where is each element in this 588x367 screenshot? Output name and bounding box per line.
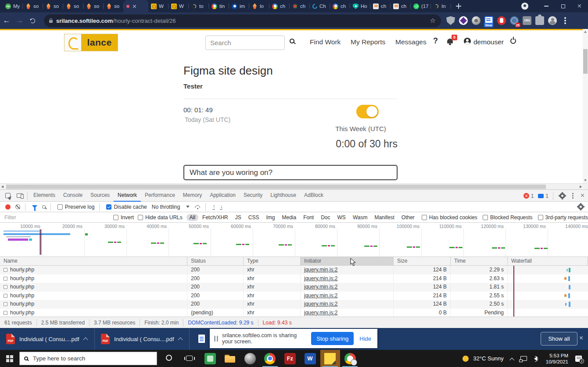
table-row[interactable]: hourly.php200xhrjquery.min.js:2214 B2.55…: [0, 292, 588, 300]
download-caret-icon[interactable]: [178, 337, 183, 342]
row-checkbox[interactable]: [4, 302, 7, 306]
invert-checkbox[interactable]: [113, 215, 118, 220]
table-row[interactable]: hourly.php200xhrjquery.min.js:2214 B2.63…: [0, 274, 588, 283]
browser-tab[interactable]: lo: [249, 0, 269, 12]
browser-tab[interactable]: [124, 0, 148, 12]
filter-chip-font[interactable]: Font: [300, 214, 317, 221]
scroll-down-arrow[interactable]: [584, 179, 587, 182]
browser-tab[interactable]: upMy: [3, 0, 23, 12]
devtools-settings-icon[interactable]: [559, 193, 565, 199]
devtools-tab-sources[interactable]: Sources: [86, 190, 114, 202]
filter-chip-ws[interactable]: WS: [334, 214, 349, 221]
stop-sharing-button[interactable]: Stop sharing: [311, 332, 354, 345]
action-center-icon[interactable]: 2: [575, 356, 582, 362]
row-checkbox[interactable]: [4, 311, 7, 315]
preserve-log-checkbox[interactable]: [57, 204, 63, 210]
username-link[interactable]: demouser: [473, 38, 504, 46]
filter-chip-wasm[interactable]: Wasm: [350, 214, 371, 221]
table-row[interactable]: hourly.php200xhrjquery.min.js:2124 B1.81…: [0, 283, 588, 292]
browser-tab[interactable]: ch: [370, 0, 391, 12]
disable-cache-label[interactable]: Disable cache: [114, 204, 147, 210]
row-checkbox[interactable]: [4, 268, 7, 272]
column-header-type[interactable]: Type: [244, 257, 301, 265]
browser-tab[interactable]: so: [43, 0, 63, 12]
task-input[interactable]: [183, 165, 398, 180]
cortana-icon[interactable]: [166, 355, 172, 361]
browser-tab[interactable]: so: [83, 0, 104, 12]
filter-input[interactable]: [4, 214, 109, 221]
table-row[interactable]: hourly.php(pending)xhrjquery.min.js:20 B…: [0, 309, 588, 317]
hide-share-button[interactable]: Hide: [358, 335, 373, 342]
filter-option-label[interactable]: 3rd-party requests: [545, 214, 588, 221]
network-search-icon[interactable]: [42, 205, 46, 209]
reload-button[interactable]: [30, 18, 35, 23]
devtools-tab-network[interactable]: Network: [114, 190, 141, 202]
browser-tab[interactable]: to: [189, 0, 209, 12]
taskbar-app-sticky[interactable]: [320, 350, 340, 367]
nav-messages[interactable]: Messages: [395, 38, 427, 46]
devtools-tab-console[interactable]: Console: [59, 190, 86, 202]
filter-chip-other[interactable]: Other: [398, 214, 418, 221]
page-horizontal-scrollbar[interactable]: [0, 183, 588, 189]
filter-chip-fetch-xhr[interactable]: Fetch/XHR: [199, 214, 231, 221]
puzzle-extension-icon[interactable]: [535, 16, 544, 25]
console-message-icon[interactable]: [538, 194, 544, 198]
initiator-link[interactable]: jquery.min.js:2: [304, 283, 337, 291]
network-conditions-icon[interactable]: [194, 205, 201, 209]
crx-extension-icon[interactable]: CRX: [523, 16, 531, 25]
filter-chip-media[interactable]: Media: [279, 214, 299, 221]
filter-toggle-icon[interactable]: [32, 205, 37, 208]
filter-option-label[interactable]: Has blocked cookies: [429, 214, 477, 221]
devtools-tab-memory[interactable]: Memory: [179, 190, 206, 202]
browser-tab[interactable]: Ho: [350, 0, 370, 12]
record-button[interactable]: [5, 204, 11, 210]
download-item[interactable]: PDFIndividual ( Consu....pdf: [0, 328, 95, 350]
column-header-initiator[interactable]: Initiator: [301, 257, 394, 265]
devtools-close-icon[interactable]: [581, 193, 585, 198]
scroll-left-arrow[interactable]: [1, 185, 4, 188]
show-all-downloads-button[interactable]: Show all: [541, 332, 577, 346]
3rd-party-requests-checkbox[interactable]: [538, 215, 543, 220]
browser-menu-icon[interactable]: [564, 20, 566, 21]
taskbar-app-word[interactable]: W: [300, 350, 320, 367]
weather-sun-icon[interactable]: [463, 356, 469, 362]
filter-chip-doc[interactable]: Doc: [318, 214, 333, 221]
browser-tab[interactable]: W: [169, 0, 189, 12]
user-avatar-icon[interactable]: [464, 38, 471, 45]
filter-chip-manifest[interactable]: Manifest: [371, 214, 397, 221]
column-header-size[interactable]: Size: [394, 257, 451, 265]
tab-close-icon[interactable]: [133, 4, 136, 8]
taskbar-search[interactable]: [19, 352, 157, 365]
error-badge-icon[interactable]: [523, 193, 529, 199]
filter-chip-img[interactable]: Img: [263, 214, 278, 221]
tray-expand-icon[interactable]: [509, 357, 514, 362]
network-tray-icon[interactable]: [520, 356, 527, 361]
browser-tab[interactable]: Ch: [310, 0, 330, 12]
site-logo[interactable]: lance: [64, 34, 118, 51]
downloads-close-icon[interactable]: [579, 336, 584, 341]
purple-orb-extension-icon[interactable]: [459, 16, 468, 25]
document-download-icon[interactable]: [198, 335, 205, 343]
row-checkbox[interactable]: [4, 294, 7, 298]
task-view-icon[interactable]: [186, 356, 193, 361]
browser-tab[interactable]: ch: [269, 0, 290, 12]
taskbar-search-input[interactable]: [32, 355, 152, 362]
help-button[interactable]: ?: [433, 36, 438, 46]
browser-tab[interactable]: ch: [330, 0, 350, 12]
browser-tab[interactable]: so: [104, 0, 124, 12]
scrollbar-thumb[interactable]: [583, 49, 588, 74]
devtools-tab-lighthouse[interactable]: Lighthouse: [266, 190, 300, 202]
download-item[interactable]: PDFIndividual ( Consu....pdf: [95, 328, 190, 350]
gray-orb-extension-icon[interactable]: [472, 16, 480, 25]
filter-chip-all[interactable]: All: [186, 214, 198, 221]
nav-my-reports[interactable]: My Reports: [351, 38, 385, 46]
initiator-link[interactable]: jquery.min.js:2: [304, 300, 337, 308]
column-header-waterfall[interactable]: Waterfall: [508, 257, 588, 265]
page-vertical-scrollbar[interactable]: [583, 29, 588, 183]
network-overview-timeline[interactable]: 10000 ms20000 ms30000 ms40000 ms50000 ms…: [0, 223, 588, 257]
blocked-requests-checkbox[interactable]: [483, 215, 488, 220]
taskbar-clock[interactable]: 5:53 PM10/9/2021: [546, 353, 568, 365]
browser-tab[interactable]: tin: [209, 0, 229, 12]
shield-extension-icon[interactable]: [446, 16, 455, 25]
taskbar-app-app-green[interactable]: [200, 350, 220, 367]
